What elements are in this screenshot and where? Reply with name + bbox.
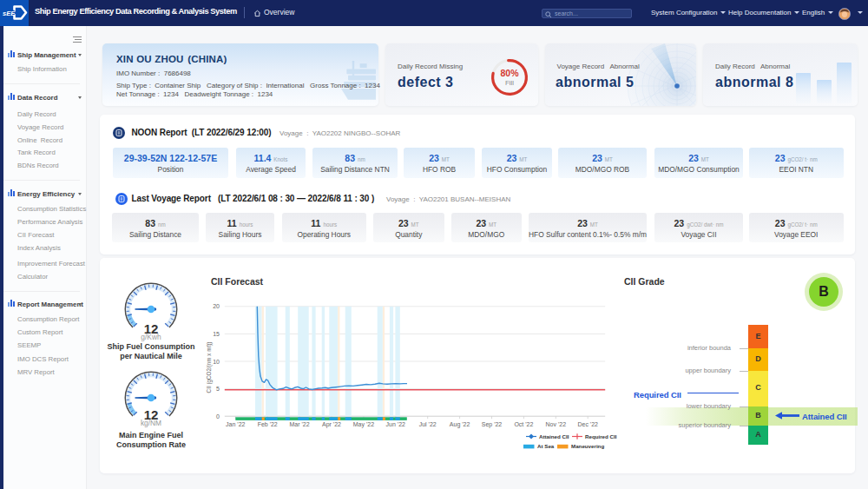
svg-text:Fill: Fill — [505, 79, 514, 87]
svg-text:Mar '22: Mar '22 — [290, 421, 310, 427]
svg-text:sEE: sEE — [3, 10, 16, 17]
svg-text:0: 0 — [216, 413, 220, 420]
svg-text:Sep '22: Sep '22 — [482, 421, 503, 428]
svg-text:20: 20 — [213, 303, 220, 309]
svg-text:Attained CII: Attained CII — [539, 433, 569, 439]
svg-text:Oct '22: Oct '22 — [514, 421, 533, 427]
svg-text:80%: 80% — [500, 68, 519, 78]
svg-text:Apr '22: Apr '22 — [322, 421, 341, 428]
svg-text:Jun '22: Jun '22 — [386, 421, 405, 427]
svg-text:Required CII: Required CII — [585, 433, 617, 439]
svg-text:Dec '22: Dec '22 — [577, 421, 598, 427]
svg-text:Jan '22: Jan '22 — [226, 421, 245, 427]
svg-text:Maneuvering: Maneuvering — [571, 443, 604, 449]
svg-text:15: 15 — [213, 331, 220, 337]
svg-text:5: 5 — [216, 386, 220, 392]
svg-text:CII (gCO2/(nm x mt)): CII (gCO2/(nm x mt)) — [206, 342, 213, 393]
svg-text:Jul '22: Jul '22 — [419, 421, 437, 427]
svg-text:10: 10 — [213, 359, 220, 365]
svg-text:At Sea: At Sea — [537, 443, 555, 449]
svg-text:Aug '22: Aug '22 — [450, 421, 470, 428]
svg-text:Nov '22: Nov '22 — [546, 421, 567, 427]
svg-text:Feb '22: Feb '22 — [258, 421, 278, 427]
svg-text:May '22: May '22 — [353, 421, 374, 428]
